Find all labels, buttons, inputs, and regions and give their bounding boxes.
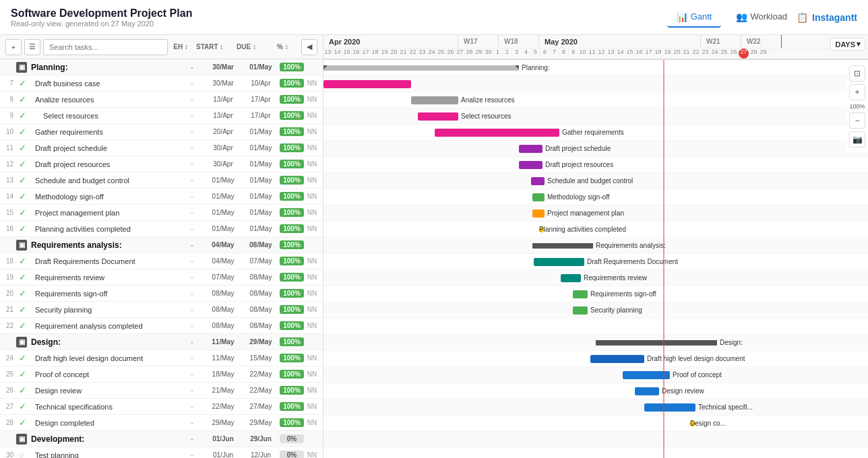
task-pct: 100%	[280, 143, 304, 152]
group-expand-button[interactable]: ▣	[16, 240, 27, 251]
task-status: ✓	[19, 159, 30, 169]
task-nn: NN	[304, 354, 320, 362]
day-15: 15	[342, 48, 352, 59]
task-name: Analize resources	[30, 96, 180, 104]
task-eh: -	[180, 451, 204, 458]
task-status: ✓	[19, 272, 30, 282]
task-nn: NN	[304, 144, 320, 152]
task-eh: -	[180, 257, 204, 265]
task-due: 07/May	[242, 257, 280, 265]
task-nn: NN	[304, 322, 320, 329]
task-status: ✓	[19, 353, 30, 363]
task-start: 01/May	[204, 176, 242, 184]
fit-to-screen-button[interactable]: ⊡	[849, 65, 865, 81]
gantt-row-bg	[323, 416, 868, 432]
task-name: Security planning	[30, 306, 180, 314]
task-due: 08/May	[242, 306, 280, 313]
task-row: ▣ Planning: - 30/Mar 01/May 100%	[0, 59, 323, 75]
task-start: 11/May	[204, 338, 242, 346]
start-col-header[interactable]: START ↕	[193, 43, 231, 51]
may-day-29: 29	[759, 48, 768, 59]
day-24: 24	[427, 48, 437, 59]
row-number: 15	[3, 209, 16, 216]
row-number: 9	[3, 112, 16, 119]
day-27: 27	[456, 48, 465, 59]
task-pct: 0%	[280, 451, 304, 458]
gantt-row-bg	[323, 286, 868, 302]
task-nn: NN	[304, 419, 320, 426]
task-pct: 100%	[280, 111, 304, 120]
tab-workload[interactable]: 👥 Workload	[726, 7, 797, 28]
app-title: Software Development Project Plan	[11, 7, 667, 20]
add-button[interactable]: +	[5, 39, 22, 55]
task-start: 01/Jun	[204, 451, 242, 458]
task-pct: 100%	[280, 160, 304, 168]
days-view-button[interactable]: DAYS ▾	[830, 38, 865, 48]
task-start: 30/Mar	[204, 79, 242, 87]
task-eh: -	[180, 354, 204, 362]
task-status: ✓	[19, 418, 30, 428]
task-row: ▣ Requirements analysis: - 04/May 08/May…	[0, 237, 323, 253]
task-status: ✓	[19, 191, 30, 201]
may-day-19: 19	[663, 48, 673, 59]
group-expand-button[interactable]: ▣	[16, 62, 27, 73]
task-pct: 100%	[280, 402, 304, 411]
task-due: 01/May	[242, 63, 280, 71]
group-expand-button[interactable]: ▣	[16, 434, 27, 445]
task-eh: -	[180, 290, 204, 297]
task-name: Draft project resources	[30, 160, 180, 168]
task-row: 26 ✓ Design review - 21/May 22/May 100% …	[0, 383, 323, 399]
task-start: 01/May	[204, 225, 242, 232]
task-pct: 100%	[280, 354, 304, 362]
task-due: 08/May	[242, 322, 280, 329]
task-status: ✓	[19, 143, 30, 153]
task-row: 25 ✓ Proof of concept - 18/May 22/May 10…	[0, 366, 323, 383]
task-pct: 100%	[280, 337, 304, 346]
gantt-row-bg	[323, 335, 868, 351]
task-start: 18/May	[204, 370, 242, 378]
gantt-row-bg	[323, 76, 868, 92]
task-eh: -	[180, 225, 204, 232]
may-day-22: 22	[691, 48, 701, 59]
gantt-row-bg	[323, 125, 868, 141]
export-button[interactable]: 📷	[849, 131, 865, 148]
tab-gantt[interactable]: 📊 Gantt	[667, 7, 722, 28]
task-nn: NN	[304, 160, 320, 168]
due-col-header[interactable]: DUE ↕	[234, 43, 272, 51]
search-input[interactable]	[43, 39, 168, 55]
task-pct: 100%	[280, 63, 304, 71]
task-nn: NN	[304, 176, 320, 184]
task-name: Draft high level design document	[30, 354, 180, 362]
may-day-23: 23	[701, 48, 710, 59]
task-nn: NN	[304, 306, 320, 313]
list-view-button[interactable]: ☰	[24, 39, 40, 55]
task-due: 01/May	[242, 225, 280, 232]
row-number: 24	[3, 354, 16, 362]
task-status: ✓	[19, 385, 30, 395]
gantt-row-bg	[323, 399, 868, 416]
task-row: 15 ✓ Project management plan - 01/May 01…	[0, 205, 323, 221]
apr-month: Apr 2020	[323, 35, 458, 48]
gantt-panel: Apr 2020 W17 W18 May 2020 W21 W22 DAYS ▾	[323, 35, 868, 458]
task-due: 01/May	[242, 209, 280, 216]
task-name: Design review	[30, 387, 180, 395]
task-start: 13/Apr	[204, 112, 242, 119]
group-expand-button[interactable]: ▣	[16, 337, 27, 348]
task-nn: NN	[304, 193, 320, 200]
task-nn: NN	[304, 290, 320, 297]
zoom-out-button[interactable]: −	[849, 112, 865, 129]
may-day-28: 28	[749, 48, 759, 59]
status-done-icon: ✓	[19, 321, 26, 331]
task-eh: -	[180, 79, 204, 87]
task-due: 22/May	[242, 387, 280, 394]
pct-col-header[interactable]: % ↕	[274, 43, 299, 51]
task-status: ✓	[19, 224, 30, 234]
zoom-in-button[interactable]: +	[849, 84, 865, 100]
task-row: 7 ✓ Draft business case - 30/Mar 10/Apr …	[0, 75, 323, 92]
task-start: 08/May	[204, 306, 242, 313]
task-start: 04/May	[204, 241, 242, 249]
back-button[interactable]: ◀	[301, 39, 317, 55]
task-name: Requirements analysis:	[27, 240, 180, 250]
gantt-row-bg	[323, 238, 868, 254]
task-row: 10 ✓ Gather requirements - 20/Apr 01/May…	[0, 124, 323, 140]
